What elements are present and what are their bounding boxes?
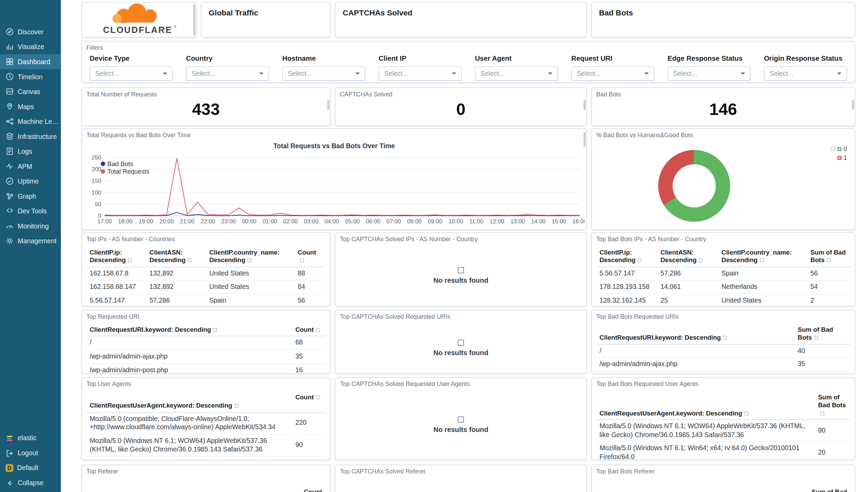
sidebar-item-logs[interactable]: Logs	[0, 144, 61, 159]
table-cell: 16	[292, 363, 326, 373]
sort-icon[interactable]	[235, 404, 238, 408]
client-ip-select[interactable]: Select...	[379, 66, 462, 81]
panel-title: Total Number of Requests	[87, 91, 157, 97]
svg-text:04:00: 04:00	[324, 218, 339, 225]
legend-item-bad-bots[interactable]: Bad Bots	[101, 160, 149, 168]
sort-icon[interactable]	[213, 328, 217, 332]
column-header[interactable]: ClientRequestUserAgent.keyword: Descendi…	[87, 391, 292, 412]
panel-top-ips: Top IPs - AS Number - Countries ClientIP…	[81, 232, 331, 306]
legend-swatch-good	[837, 147, 841, 151]
sidebar-item-visualize[interactable]: Visualize	[0, 39, 61, 54]
sidebar-item-management[interactable]: Management	[0, 233, 61, 248]
column-header[interactable]: ClientASN: Descending	[146, 246, 206, 267]
panel-filters: Filters Device Type Select... Country Se…	[81, 41, 855, 83]
sort-icon[interactable]	[699, 259, 703, 262]
sort-icon[interactable]	[316, 328, 320, 332]
table-cell: 35	[292, 350, 326, 364]
sidebar-item-elastic[interactable]: elastic	[0, 431, 61, 446]
chevron-down-icon	[259, 72, 264, 74]
column-header[interactable]: ClientRequestUserAgent.keyword: Descendi…	[596, 391, 814, 420]
machine-learning-icon	[5, 117, 14, 126]
sidebar-item-maps[interactable]: Maps	[0, 99, 61, 114]
column-header[interactable]: Sum of Bad Bots	[807, 246, 850, 267]
sort-icon[interactable]	[128, 259, 132, 262]
column-header[interactable]: ClientIP.country_name: Descending	[206, 246, 295, 267]
no-results-icon	[458, 339, 464, 345]
column-header[interactable]: Count	[294, 246, 326, 267]
column-header[interactable]: Sum of Bad	[812, 489, 847, 492]
scrollbar-thumb[interactable]	[583, 132, 585, 147]
sidebar-item-dev-tools[interactable]: Dev Tools	[0, 203, 61, 219]
select-placeholder: Select...	[384, 70, 408, 78]
request-uri-select[interactable]: Select...	[571, 66, 654, 81]
sidebar-item-dashboard[interactable]: Dashboard	[0, 54, 61, 69]
svg-text:05:00: 05:00	[345, 218, 359, 225]
user-agent-select[interactable]: Select...	[475, 66, 558, 81]
column-header[interactable]: Count	[292, 324, 326, 336]
traffic-line-chart[interactable]: 05010015020025017:0018:0019:0020:0021:00…	[83, 151, 584, 227]
column-header[interactable]: Sum of Bad Bots	[795, 324, 850, 344]
sidebar-item-timelion[interactable]: Timelion	[0, 69, 61, 84]
sidebar-item-logout[interactable]: Logout	[0, 446, 61, 461]
column-header[interactable]: Count	[292, 391, 326, 412]
sort-icon[interactable]	[820, 411, 824, 415]
sidebar-item-infrastructure[interactable]: Infrastructure	[0, 129, 61, 144]
sidebar-item-label: Timelion	[18, 73, 43, 81]
hostname-select[interactable]: Select...	[282, 66, 365, 81]
scrollbar-thumb[interactable]	[852, 100, 854, 110]
column-header[interactable]: ClientASN: Descending	[657, 246, 718, 267]
sort-icon[interactable]	[827, 259, 831, 262]
sidebar-item-uptime[interactable]: Uptime	[0, 174, 61, 189]
sort-icon[interactable]	[638, 259, 642, 262]
scrollbar-thumb[interactable]	[193, 4, 195, 35]
sort-icon[interactable]	[760, 259, 764, 262]
sidebar-item-discover[interactable]: Discover	[0, 24, 61, 39]
legend-item-0[interactable]: 0	[831, 145, 847, 152]
filter-label: Origin Response Status	[764, 55, 847, 63]
legend-item-1[interactable]: 1	[837, 154, 847, 161]
column-header[interactable]: ClientIP.ip: Descending	[87, 246, 146, 267]
sort-icon[interactable]	[188, 259, 192, 262]
svg-text:16:00: 16:00	[572, 218, 585, 225]
country-select[interactable]: Select...	[186, 66, 269, 81]
empty-state: No results found	[335, 245, 586, 306]
column-header[interactable]: ClientRequestURI.keyword: Descending	[596, 324, 794, 344]
legend-item-total-requests[interactable]: Total Requests	[101, 168, 149, 176]
table-cell: 220	[292, 412, 326, 434]
table-wrapper: ClientRequestURI.keyword: DescendingCoun…	[87, 324, 326, 373]
origin-response-status-select[interactable]: Select...	[764, 66, 847, 81]
sidebar-item-collapse[interactable]: Collapse	[0, 476, 61, 491]
sidebar-item-label: elastic	[18, 434, 37, 442]
sidebar-item-monitoring[interactable]: Monitoring	[0, 219, 61, 234]
sidebar-item-apm[interactable]: APM	[0, 159, 61, 174]
svg-text:13:00: 13:00	[510, 218, 525, 225]
sidebar-item-graph[interactable]: Graph	[0, 189, 61, 204]
scrollbar-thumb[interactable]	[583, 100, 585, 110]
space-badge-icon: D	[5, 464, 13, 472]
filter-label: Request URI	[571, 55, 654, 63]
sidebar-item-machine-learning[interactable]: Machine Le…	[0, 114, 61, 129]
panel-title: Top Bad Bots Requested URIs	[596, 313, 679, 320]
empty-state: No results found	[335, 323, 586, 373]
column-header[interactable]: Sum of Bad Bots	[815, 391, 850, 420]
device-type-select[interactable]: Select...	[90, 66, 173, 81]
svg-text:23:00: 23:00	[221, 218, 236, 225]
column-header[interactable]: ClientIP.country_name: Descending	[718, 246, 807, 267]
edge-response-status-select[interactable]: Select...	[667, 66, 751, 81]
sort-icon[interactable]	[814, 336, 818, 340]
column-header[interactable]: Count	[304, 489, 322, 492]
legend-toggle-icon[interactable]	[831, 147, 835, 151]
sort-icon[interactable]	[723, 336, 727, 340]
sort-icon[interactable]	[316, 396, 320, 399]
column-header[interactable]: ClientRequestURI.keyword: Descending	[87, 324, 292, 336]
scrollbar-thumb[interactable]	[327, 100, 329, 110]
sort-icon[interactable]	[248, 259, 251, 262]
sort-icon[interactable]	[300, 259, 304, 262]
dashboard-grid-icon	[5, 58, 14, 66]
chart-title: Total Requests vs Bad Bots Over Time	[82, 142, 586, 150]
sort-icon[interactable]	[744, 411, 748, 415]
sidebar-item-default-space[interactable]: D Default	[0, 460, 61, 476]
chart-legend: Bad Bots Total Requests	[101, 160, 149, 175]
sidebar-item-canvas[interactable]: Canvas	[0, 84, 61, 99]
column-header[interactable]: ClientIP.ip: Descending	[596, 246, 657, 267]
